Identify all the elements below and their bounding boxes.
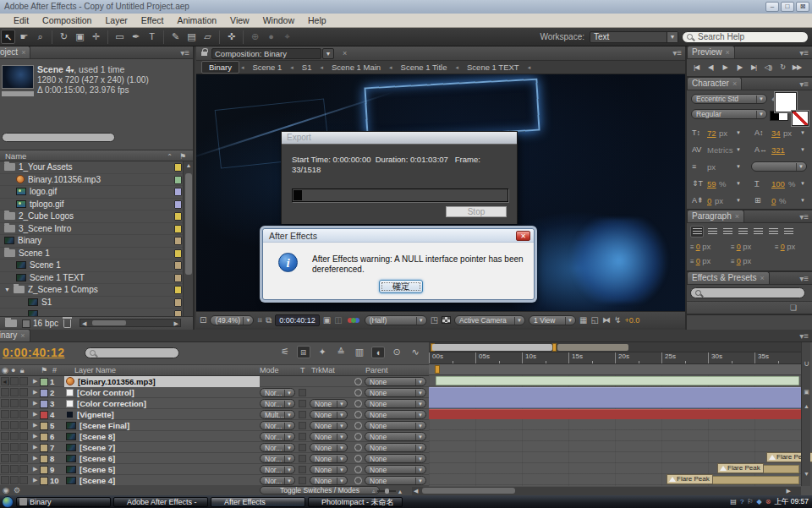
brush-tool-icon[interactable]: ✎ xyxy=(168,30,183,44)
t-switch[interactable] xyxy=(299,422,306,429)
label-chip[interactable] xyxy=(174,261,182,270)
video-audio-toggle[interactable] xyxy=(1,399,9,407)
grid-icon[interactable]: ▦ xyxy=(579,315,587,325)
scrollbar-thumb[interactable] xyxy=(422,488,515,494)
menu-item[interactable]: Composition xyxy=(36,14,98,28)
trkmat-select[interactable]: None▼ xyxy=(310,443,348,452)
label-chip[interactable] xyxy=(174,188,182,196)
work-area-start-handle[interactable] xyxy=(435,365,440,374)
expander-icon[interactable]: ▶ xyxy=(33,422,37,429)
timeline-zoom-control[interactable]: ▵ ▲ xyxy=(372,487,411,495)
expander-icon[interactable]: ▶ xyxy=(33,444,37,451)
project-item[interactable]: logo.gif xyxy=(0,186,184,199)
axis-mode-icon[interactable]: ● xyxy=(264,30,278,44)
lock-toggle[interactable] xyxy=(19,432,28,440)
pixel-aspect-icon[interactable]: ◱ xyxy=(591,315,599,325)
prev-frame-button[interactable]: ◀| xyxy=(704,62,717,74)
workspace-select[interactable]: Text ▼ xyxy=(590,31,678,43)
solo-toggle[interactable] xyxy=(10,410,19,418)
comp-flowchart-icon[interactable]: ⚟ xyxy=(278,347,292,358)
panel-menu-icon[interactable]: ▾≡ xyxy=(799,332,809,341)
solo-toggle[interactable] xyxy=(10,443,19,451)
layer-row[interactable]: ▶ 2 [Color Control] Nor...▼ None▼ xyxy=(0,387,429,398)
project-item[interactable]: 3_Scene Intro xyxy=(0,223,184,236)
label-chip[interactable] xyxy=(40,444,48,452)
axis-mode-icon[interactable]: ⊕ xyxy=(248,30,262,44)
project-item[interactable]: Binary.101356.mp3 xyxy=(0,174,184,187)
ram-preview-button[interactable]: ▶▶ xyxy=(790,62,804,74)
mini-flowchart-icon[interactable]: ⧓ xyxy=(602,315,611,325)
paragraph-field[interactable]: ≡0 px xyxy=(731,242,775,253)
timeline-vscrollbar[interactable]: ∪ ▣ ▲ ▼ xyxy=(801,342,810,486)
project-item[interactable]: Binary xyxy=(0,235,184,248)
scrollbar-thumb[interactable] xyxy=(92,320,126,325)
trkmat-select[interactable]: None▼ xyxy=(310,399,348,408)
audio-toggle-icon[interactable]: ◁)) xyxy=(761,62,775,74)
parent-select[interactable]: None▼ xyxy=(365,454,426,463)
mask-visibility-icon[interactable]: ⧉ xyxy=(266,315,272,325)
lock-toggle[interactable] xyxy=(19,465,28,473)
lock-toggle[interactable] xyxy=(19,443,28,451)
layer-name-cell[interactable]: [Scene Final] xyxy=(64,420,260,431)
layer-columns-header[interactable]: ◉ ● 🔒︎ ⚑ # Layer Name Mode T TrkMat Pare… xyxy=(0,365,429,376)
parent-select[interactable]: None▼ xyxy=(365,465,426,474)
view-layout-select[interactable]: 1 View▼ xyxy=(529,315,576,325)
chevron-down-icon[interactable]: ▼ xyxy=(322,48,334,59)
selection-tool-icon[interactable]: ↖ xyxy=(1,30,15,44)
lock-toggle[interactable] xyxy=(19,421,28,429)
taskbar-button[interactable]: After Effects xyxy=(211,497,305,507)
paragraph-field[interactable]: ≡0 px xyxy=(775,242,812,253)
rotate-tool-icon[interactable]: ↻ xyxy=(57,30,71,44)
label-chip[interactable] xyxy=(174,212,182,221)
vignette-layer-bar[interactable] xyxy=(429,409,801,419)
tab-project[interactable]: Project× xyxy=(0,46,30,58)
video-audio-toggle[interactable] xyxy=(1,476,9,484)
zoom-slider-knob[interactable] xyxy=(385,489,389,494)
parent-select[interactable]: None▼ xyxy=(365,410,426,419)
justify-left-button[interactable] xyxy=(736,226,749,238)
viewer-tab[interactable]: Binary xyxy=(201,61,239,74)
label-chip[interactable] xyxy=(40,466,48,474)
taskbar-button[interactable]: Binary xyxy=(16,497,111,507)
t-switch[interactable] xyxy=(299,389,306,396)
close-icon[interactable]: × xyxy=(732,79,737,88)
blend-mode-select[interactable]: Nor...▼ xyxy=(260,454,295,463)
expander-icon[interactable]: ▶ xyxy=(33,433,37,440)
expander-icon[interactable]: ▶ xyxy=(33,455,37,462)
zoom-in-icon[interactable]: ▲ xyxy=(398,489,403,494)
layer-marker[interactable]: Flare Peak xyxy=(717,463,764,473)
menu-item[interactable]: View xyxy=(223,14,256,28)
trkmat-select[interactable]: None▼ xyxy=(310,454,348,463)
project-item[interactable]: tplogo.gif xyxy=(0,199,184,211)
layer-name-cell[interactable]: [Scene 5] xyxy=(64,464,260,475)
lock-toggle[interactable] xyxy=(19,454,28,462)
video-audio-toggle[interactable] xyxy=(1,443,9,451)
panel-menu-icon[interactable]: ▾≡ xyxy=(799,275,809,283)
label-chip[interactable] xyxy=(174,176,182,184)
blend-mode-select[interactable]: Nor...▼ xyxy=(260,476,295,485)
tsume-value[interactable]: 0 xyxy=(771,196,776,205)
blend-mode-select[interactable]: Nor...▼ xyxy=(260,399,295,408)
brainstorm-icon[interactable]: ◖ xyxy=(371,347,385,358)
video-audio-toggle[interactable] xyxy=(1,454,9,462)
pickwhip-icon[interactable] xyxy=(354,389,362,396)
trkmat-select[interactable]: None▼ xyxy=(310,421,348,430)
pickwhip-icon[interactable] xyxy=(354,466,362,473)
chevron-down-icon[interactable]: ▼ xyxy=(736,147,741,152)
scroll-right-icon[interactable]: ▶ xyxy=(174,320,178,327)
solo-toggle[interactable] xyxy=(10,454,19,462)
menu-item[interactable]: Effect xyxy=(134,14,171,28)
project-item[interactable]: ▼ Z_Scene 1 Comps xyxy=(0,284,184,297)
resolution-select[interactable]: (Half)▼ xyxy=(365,315,427,325)
panel-menu-icon[interactable]: ▾≡ xyxy=(180,49,189,57)
justify-right-button[interactable] xyxy=(766,226,780,238)
lock-icon[interactable] xyxy=(201,52,207,56)
expand-transfer-controls-icon[interactable]: ⚙ xyxy=(14,486,20,494)
parent-select[interactable]: None▼ xyxy=(365,399,426,408)
label-chip[interactable] xyxy=(40,455,48,463)
layer-tracks[interactable]: Flare Peak Flare Peak Flare Peak xyxy=(429,375,801,486)
scroll-left-icon[interactable]: ◀ xyxy=(414,488,418,494)
layer-row[interactable]: ▶ 5 [Scene Final] Nor...▼ None▼ None▼ xyxy=(0,420,429,431)
blend-mode-select[interactable]: Mult...▼ xyxy=(260,410,295,419)
leading-value[interactable]: 34 xyxy=(771,128,781,138)
